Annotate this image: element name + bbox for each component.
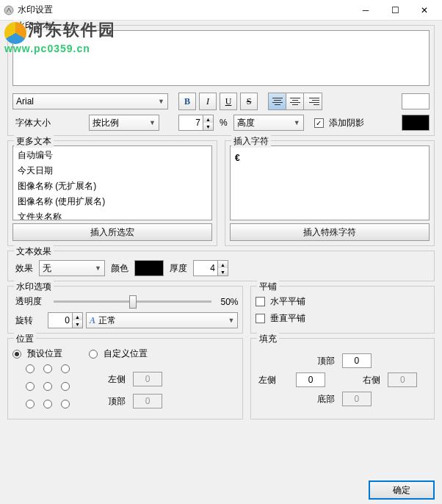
chevron-down-icon: ▼: [149, 119, 156, 126]
rotate-input[interactable]: [48, 313, 72, 328]
vert-tile-checkbox[interactable]: [256, 314, 265, 323]
size-value-input[interactable]: [179, 115, 203, 130]
section-watermark-options: 水印选项 透明度 50% 旋转 ▲▼ A正常 ▼: [7, 286, 243, 334]
preset-position-radio[interactable]: [12, 350, 21, 359]
pos-bc[interactable]: [43, 400, 52, 408]
section-position: 位置 预设位置 自定义位置 左侧 顶部: [7, 338, 243, 420]
pos-tr[interactable]: [61, 364, 70, 373]
opacity-label: 透明度: [12, 295, 45, 308]
shadow-checkbox[interactable]: ✓: [314, 118, 324, 128]
list-item[interactable]: 图像名称 (使用扩展名): [15, 194, 210, 209]
pos-tl[interactable]: [26, 364, 35, 373]
strike-button[interactable]: S: [240, 93, 258, 110]
insert-char-button[interactable]: 插入特殊字符: [230, 223, 430, 241]
spin-down[interactable]: ▼: [217, 268, 228, 276]
macro-listbox[interactable]: 自动编号 今天日期 图像名称 (无扩展名) 图像名称 (使用扩展名) 文件夹名称: [12, 145, 212, 220]
text-color-swatch[interactable]: [402, 93, 430, 109]
effect-color-swatch[interactable]: [134, 260, 164, 276]
thickness-spinner[interactable]: ▲▼: [193, 260, 228, 276]
fill-top-input[interactable]: [342, 353, 372, 368]
insert-macro-button[interactable]: 插入所选宏: [12, 223, 212, 241]
list-item[interactable]: 图像名称 (无扩展名): [15, 179, 210, 194]
section-insert-char: 插入字符 € 插入特殊字符: [225, 140, 435, 246]
opacity-slider[interactable]: [54, 300, 211, 303]
fill-bottom-label: 底部: [296, 393, 338, 406]
size-mode-select[interactable]: 按比例▼: [89, 115, 159, 131]
effect-label: 效果: [12, 262, 36, 275]
font-family-select[interactable]: Arial▼: [12, 93, 168, 109]
legend-watermark-options: 水印选项: [14, 281, 54, 293]
section-text-effect: 文本效果 效果 无▼ 颜色 厚度 ▲▼: [7, 251, 435, 281]
bold-button[interactable]: B: [178, 93, 196, 110]
spin-up[interactable]: ▲: [203, 115, 213, 123]
pos-mc[interactable]: [43, 382, 52, 391]
pos-tc[interactable]: [43, 364, 52, 373]
legend-tile: 平铺: [257, 281, 279, 293]
fill-right-label: 右侧: [342, 374, 384, 386]
fill-left-input[interactable]: [296, 372, 325, 387]
italic-button[interactable]: I: [199, 93, 217, 110]
slider-thumb[interactable]: [129, 295, 137, 309]
svg-point-0: [4, 6, 13, 15]
preset-position-label: 预设位置: [27, 348, 62, 360]
fill-top-label: 顶部: [296, 355, 338, 367]
list-item[interactable]: 今天日期: [15, 163, 210, 179]
shadow-color-swatch[interactable]: [402, 115, 430, 131]
orientation-select[interactable]: A正常 ▼: [86, 312, 238, 328]
pos-ml[interactable]: [26, 382, 35, 391]
legend-more-text: 更多文本: [14, 135, 54, 148]
align-left-button[interactable]: [269, 93, 286, 109]
section-fill: 填充 顶部 左侧 右侧 底部: [250, 338, 435, 420]
watermark-textarea[interactable]: [12, 30, 430, 86]
pos-mr[interactable]: [61, 382, 70, 391]
custom-position-radio[interactable]: [89, 350, 98, 359]
window-title: 水印设置: [18, 4, 351, 16]
custom-top-input[interactable]: [133, 394, 162, 408]
align-group: [268, 93, 322, 110]
vert-tile-label: 垂直平铺: [270, 312, 305, 325]
align-center-button[interactable]: [286, 93, 304, 109]
chevron-down-icon: ▼: [228, 317, 235, 324]
rotate-label: 旋转: [12, 314, 45, 327]
section-watermark-text: 水印文本 Arial▼ B I U S 字体大小 按比例▼: [7, 25, 435, 136]
fill-right-input[interactable]: [388, 372, 417, 387]
spin-down[interactable]: ▼: [72, 320, 82, 328]
chevron-down-icon: ▼: [95, 264, 101, 272]
horiz-tile-checkbox[interactable]: [256, 297, 265, 306]
legend-position: 位置: [14, 333, 36, 345]
chevron-down-icon: ▼: [158, 98, 164, 105]
list-item[interactable]: 自动编号: [15, 148, 210, 163]
spin-down[interactable]: ▼: [203, 123, 213, 130]
spin-up[interactable]: ▲: [217, 261, 228, 268]
spin-up[interactable]: ▲: [72, 313, 82, 320]
thickness-input[interactable]: [194, 261, 217, 276]
list-item[interactable]: 文件夹名称: [15, 209, 210, 220]
ok-button[interactable]: 确定: [369, 480, 435, 500]
height-mode-select[interactable]: 高度▼: [233, 115, 304, 131]
rotate-spinner[interactable]: ▲▼: [48, 312, 83, 328]
size-value-spinner[interactable]: ▲▼: [178, 115, 214, 131]
size-unit: %: [217, 118, 231, 128]
legend-text-effect: 文本效果: [14, 245, 54, 258]
opacity-value: 50%: [220, 297, 238, 307]
color-label: 颜色: [108, 262, 131, 275]
pos-br[interactable]: [61, 400, 70, 408]
pos-bl[interactable]: [26, 400, 35, 408]
underline-button[interactable]: U: [220, 93, 237, 110]
font-size-label: 字体大小: [12, 117, 54, 129]
app-icon: [3, 4, 15, 16]
custom-top-label: 顶部: [105, 395, 130, 408]
maximize-button[interactable]: ☐: [380, 1, 410, 20]
custom-position-label: 自定义位置: [104, 348, 148, 360]
char-listbox[interactable]: €: [230, 145, 430, 220]
fill-bottom-input[interactable]: [342, 392, 372, 406]
section-more-text: 更多文本 自动编号 今天日期 图像名称 (无扩展名) 图像名称 (使用扩展名) …: [7, 140, 217, 246]
custom-left-input[interactable]: [133, 372, 162, 386]
close-button[interactable]: ✕: [410, 1, 439, 20]
legend-fill: 填充: [257, 333, 279, 345]
fill-left-label: 左侧: [256, 374, 291, 386]
minimize-button[interactable]: ─: [351, 1, 380, 20]
shadow-label: 添加阴影: [329, 117, 364, 129]
effect-select[interactable]: 无▼: [39, 260, 105, 276]
align-right-button[interactable]: [304, 93, 322, 109]
